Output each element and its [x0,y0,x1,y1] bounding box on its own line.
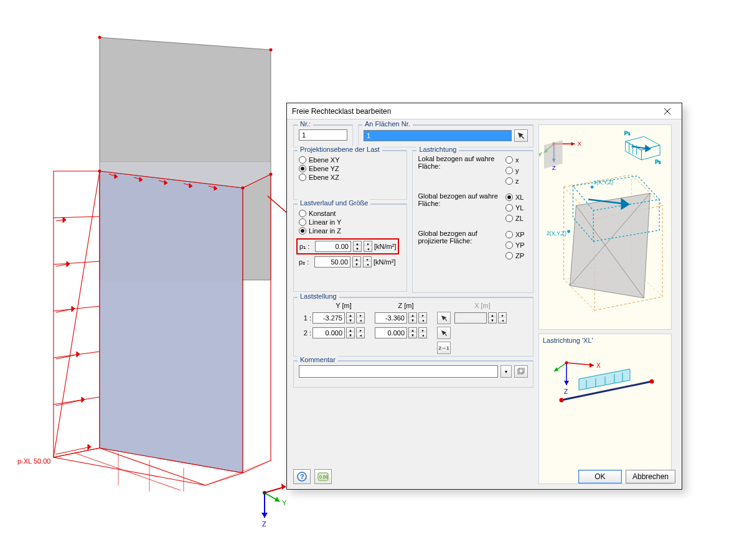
radio-dir-y[interactable]: y [505,167,528,174]
help-button[interactable]: ? [293,469,311,484]
z2-input[interactable] [375,327,407,338]
svg-marker-55 [441,315,447,321]
direction-diagram: X Z [543,344,667,419]
svg-marker-49 [261,513,268,518]
global-proj-label: Global bezogen auf projizierte Fläche: [418,230,500,261]
svg-line-37 [56,399,85,406]
svg-rect-58 [519,368,524,373]
col-z-header: Z [m] [375,302,437,309]
svg-text:Y: Y [539,151,542,157]
y2-input[interactable] [312,327,345,338]
global-true-label: Global bezogen auf wahre Fläche: [418,192,500,223]
svg-line-9 [54,261,100,264]
radio-dir-yp[interactable]: YP [505,241,528,249]
ok-button[interactable]: OK [578,470,622,483]
projection-plane-group: Projektionsebene der Last Ebene XY Ebene… [293,150,407,200]
svg-text:2(X,Y,Z): 2(X,Y,Z) [547,230,566,236]
svg-marker-91 [590,363,594,368]
svg-marker-80 [570,194,651,298]
radio-dir-x[interactable]: x [505,156,528,164]
z2-stepper[interactable]: ▸◂ [418,327,427,338]
svg-marker-72 [641,145,660,160]
comment-input[interactable] [299,365,498,378]
model-viewport[interactable]: X Y Z p-XL 50.00 [0,0,286,560]
z1-spinner[interactable]: ▲▼ [408,312,417,324]
local-true-label: Lokal bezogen auf wahre Fläche: [418,155,500,186]
svg-marker-43 [281,483,286,490]
y1-spinner[interactable]: ▲▼ [346,312,355,324]
on-surfaces-field[interactable]: 1 [364,130,512,141]
load-number-field[interactable]: 1 [299,129,347,141]
radio-plane-xz[interactable]: Ebene XZ [299,174,402,181]
radio-constant[interactable]: Konstant [299,210,402,217]
svg-line-35 [56,354,80,359]
number-group: Nr.: 1 [293,124,353,147]
help-icon: ? [297,472,307,482]
z1-input[interactable] [375,312,407,324]
svg-text:Z: Z [262,520,266,528]
svg-line-12 [54,397,100,404]
load-diagram: X Y Z [539,125,671,329]
p2-label: p₂ : [299,258,312,266]
z1-stepper[interactable]: ▸◂ [418,312,427,324]
load-distribution-legend: Lastverlauf und Größe [298,199,370,207]
close-button[interactable] [655,105,679,118]
p1-unit: [kN/m²] [374,243,396,250]
radio-dir-xl[interactable]: XL [505,194,528,201]
radio-plane-xy[interactable]: Ebene XY [299,156,402,164]
pick-surfaces-button[interactable] [514,129,528,142]
radio-dir-z[interactable]: z [505,177,528,185]
model-render: X Y Z [19,12,286,529]
svg-line-10 [54,306,100,311]
svg-marker-32 [67,261,70,267]
svg-marker-34 [72,306,75,312]
load-diagram-panel: X Y Z [538,124,672,330]
radio-dir-yl[interactable]: YL [505,204,528,212]
svg-marker-96 [564,381,569,385]
p1-stepper[interactable]: ▸◂ [364,241,372,252]
dialog-title: Freie Rechtecklast bearbeiten [292,107,655,116]
p2-input[interactable] [314,256,350,268]
y2-stepper[interactable]: ▸◂ [356,327,365,338]
svg-text:X: X [596,362,601,369]
comment-dropdown-button[interactable]: ▾ [500,365,512,378]
p2-stepper[interactable]: ▸◂ [363,256,372,268]
y2-spinner[interactable]: ▲▼ [346,327,355,338]
radio-linear-z[interactable]: Linear in Z [299,227,402,235]
units-button[interactable]: 0.00 [314,469,332,484]
radio-dir-xp[interactable]: XP [505,231,528,238]
pick-point-2-button[interactable] [437,327,451,339]
svg-marker-1 [100,171,243,473]
comment-library-button[interactable] [514,365,528,378]
p2-spinner[interactable]: ▲▼ [352,256,361,268]
p1-input[interactable] [315,241,351,252]
dialog-footer: ? 0.00 OK Abbrechen [293,469,675,484]
radio-dir-zl[interactable]: ZL [505,215,528,222]
z2-spinner[interactable]: ▲▼ [408,327,417,338]
comment-group: Kommentar ▾ [293,360,533,388]
p1-label: p₁ : [299,243,313,251]
swap-points-button[interactable]: 2↔1 [437,342,451,354]
row2-label: 2 : [299,329,312,337]
svg-marker-60 [571,142,575,146]
load-direction-legend: Lastrichtung [416,146,459,153]
cancel-button[interactable]: Abbrechen [626,470,675,483]
radio-dir-zp[interactable]: ZP [505,252,528,259]
dialog-titlebar[interactable]: Freie Rechtecklast bearbeiten [287,103,682,119]
y1-stepper[interactable]: ▸◂ [356,312,365,324]
svg-point-88 [591,185,594,189]
direction-diagram-title: Lastrichtung 'XL' [543,337,667,344]
svg-text:Z: Z [564,388,568,395]
y1-input[interactable] [312,312,345,324]
svg-text:P₂: P₂ [655,159,661,165]
svg-marker-56 [441,330,447,336]
radio-linear-y[interactable]: Linear in Y [299,218,402,226]
p1-highlight: p₁ : ▲▼ ▸◂ [kN/m²] [296,238,399,254]
pick-point-1-button[interactable] [437,312,451,324]
col-x-header: X [m] [454,302,510,309]
x1-input [454,312,487,324]
radio-plane-yz[interactable]: Ebene YZ [299,165,402,172]
svg-rect-57 [518,369,523,374]
edit-free-rectangular-load-dialog: Freie Rechtecklast bearbeiten Nr.: 1 An … [286,103,682,490]
p1-spinner[interactable]: ▲▼ [353,241,362,252]
